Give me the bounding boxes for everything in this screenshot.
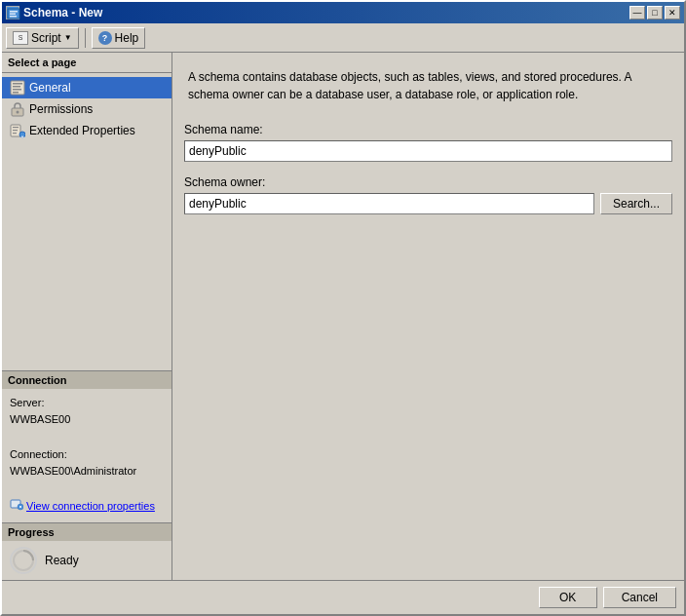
- window-icon: [6, 6, 19, 19]
- svg-rect-2: [10, 14, 16, 16]
- connection-info: Server: WWBASE00 Connection: WWBASE00\Ad…: [2, 389, 172, 522]
- left-panel: Select a page General: [2, 53, 172, 580]
- connection-header: Connection: [2, 371, 172, 389]
- schema-name-input[interactable]: [184, 140, 672, 162]
- description-box: A schema contains database objects, such…: [184, 62, 672, 113]
- nav-item-general-label: General: [29, 81, 71, 95]
- nav-item-extended-properties[interactable]: + Extended Properties: [2, 120, 172, 141]
- toolbar-separator: [85, 28, 86, 48]
- script-label: Script: [31, 31, 61, 45]
- schema-owner-row: Search...: [184, 193, 672, 214]
- nav-item-extended-properties-label: Extended Properties: [29, 124, 135, 137]
- connection-value-text: WWBASE00\Administrator: [10, 463, 164, 481]
- svg-rect-7: [13, 89, 21, 91]
- search-button[interactable]: Search...: [600, 193, 672, 214]
- description-text: A schema contains database objects, such…: [188, 70, 631, 101]
- nav-item-permissions-label: Permissions: [29, 102, 93, 116]
- progress-header: Progress: [2, 523, 172, 541]
- help-label: Help: [115, 31, 139, 45]
- svg-rect-1: [10, 11, 18, 13]
- select-page-header: Select a page: [2, 53, 172, 73]
- svg-rect-13: [13, 130, 18, 131]
- svg-point-10: [17, 111, 19, 114]
- svg-rect-5: [13, 83, 22, 85]
- schema-name-label: Schema name:: [184, 123, 672, 136]
- server-value-text: WWBASE00: [10, 411, 164, 429]
- schema-owner-group: Schema owner: Search...: [184, 175, 672, 214]
- svg-text:+: +: [20, 134, 24, 139]
- server-label-text: Server:: [10, 395, 164, 412]
- nav-item-general[interactable]: General: [2, 77, 172, 98]
- svg-rect-12: [13, 127, 19, 128]
- progress-section: Progress Ready: [2, 522, 172, 580]
- svg-rect-6: [13, 86, 20, 88]
- nav-item-permissions[interactable]: Permissions: [2, 98, 172, 120]
- permissions-icon: [10, 101, 25, 117]
- schema-name-group: Schema name:: [184, 123, 672, 162]
- view-connection-properties-link[interactable]: View connection properties: [10, 497, 164, 517]
- connection-label-text: Connection:: [10, 446, 164, 464]
- close-button[interactable]: ✕: [665, 6, 680, 19]
- script-icon: S: [13, 31, 28, 45]
- minimize-button[interactable]: —: [629, 6, 645, 19]
- svg-rect-3: [10, 16, 17, 18]
- general-icon: [10, 80, 25, 96]
- title-buttons: — □ ✕: [629, 6, 680, 19]
- ok-button[interactable]: OK: [539, 587, 597, 608]
- maximize-button[interactable]: □: [647, 6, 663, 19]
- script-button[interactable]: S Script ▼: [6, 27, 79, 49]
- title-bar: Schema - New — □ ✕: [2, 2, 684, 23]
- help-icon: ?: [98, 31, 112, 45]
- toolbar: S Script ▼ ? Help: [2, 23, 684, 53]
- progress-content: Ready: [2, 541, 172, 580]
- link-icon: [10, 497, 23, 517]
- help-button[interactable]: ? Help: [92, 27, 146, 49]
- svg-rect-8: [13, 92, 19, 94]
- connection-section: Connection Server: WWBASE00 Connection: …: [2, 370, 172, 522]
- cancel-button[interactable]: Cancel: [603, 587, 676, 608]
- script-dropdown-arrow: ▼: [64, 33, 72, 42]
- progress-spinner: [10, 547, 37, 574]
- bottom-bar: OK Cancel: [2, 580, 684, 614]
- main-window: Schema - New — □ ✕ S Script ▼ ? Help Sel…: [0, 0, 686, 616]
- right-panel: A schema contains database objects, such…: [172, 53, 684, 580]
- progress-status: Ready: [45, 554, 79, 567]
- view-connection-link-label[interactable]: View connection properties: [26, 498, 155, 516]
- extended-properties-icon: +: [10, 123, 25, 138]
- main-content: Select a page General: [2, 53, 684, 580]
- schema-owner-label: Schema owner:: [184, 175, 672, 189]
- schema-owner-input[interactable]: [184, 193, 594, 214]
- nav-items: General Permissions: [2, 73, 172, 145]
- svg-rect-14: [13, 133, 17, 134]
- window-title: Schema - New: [23, 6, 102, 19]
- title-bar-left: Schema - New: [6, 6, 102, 19]
